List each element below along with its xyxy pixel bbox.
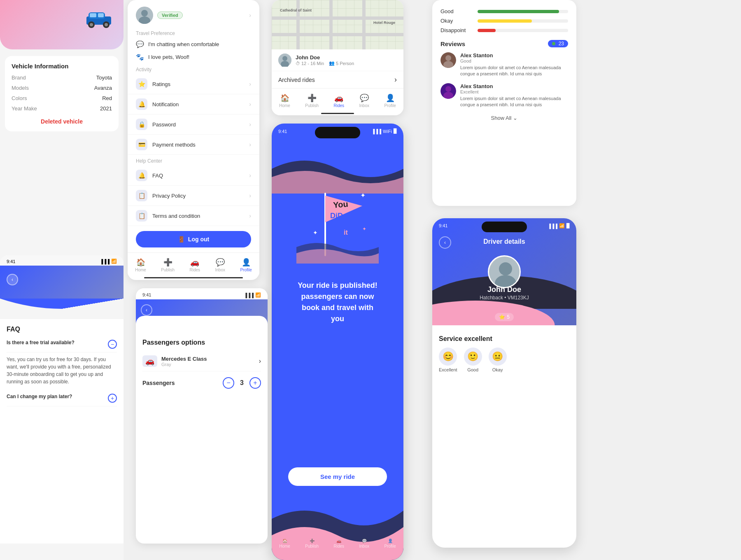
pub-nav-profile[interactable]: 👤 Profile: [381, 537, 399, 550]
okay-bar-fill: [478, 19, 532, 23]
logout-button[interactable]: 🚪 Log out: [136, 231, 251, 247]
decrease-button[interactable]: −: [223, 377, 234, 389]
driver-details-title: Driver details: [483, 238, 525, 245]
pub-publish-icon: ➕: [310, 539, 315, 543]
pref-chat-text: I'm chatting when comfortable: [148, 41, 219, 47]
rides-nav-inbox[interactable]: 💬 Inbox: [356, 92, 373, 110]
help-terms[interactable]: 📋 Terms and condition ›: [128, 206, 259, 226]
pass-content: Passengers options 🚗 Mercedes E Class Gr…: [136, 332, 268, 401]
nav-profile[interactable]: 👤 Profile: [237, 256, 255, 274]
pub-profile-icon: 👤: [388, 539, 393, 543]
driver-status-bar: 9:41 ▐▐▐ 📶 ▉: [439, 223, 570, 229]
deleted-vehicle-label[interactable]: Deleted vehicle: [12, 118, 112, 125]
activity-notification[interactable]: 🔔 Notification ›: [128, 94, 259, 114]
service-label: Service excellent: [439, 335, 570, 343]
star-rating-badge: ⭐ 5: [495, 313, 514, 321]
panel-published: 9:41 ▐▐▐ WiFi ▉ You DiD ✦ ✦ ✦ i: [272, 124, 403, 560]
pub-nav-rides[interactable]: 🚗 Rides: [331, 537, 348, 550]
svg-point-22: [445, 55, 451, 61]
pub-nav-inbox[interactable]: 💬 Inbox: [356, 537, 373, 550]
pass-phone-status: 9:41 ▐▐▐ 📶: [136, 288, 268, 299]
inbox-icon: 💬: [216, 258, 225, 267]
rides-rides-icon: 🚗: [334, 93, 343, 103]
pub-status-icons: ▐▐▐ WiFi ▉: [372, 128, 397, 134]
archived-rides-row[interactable]: Archived rides ›: [272, 71, 403, 88]
rides-nav-publish[interactable]: ➕ Publish: [302, 92, 322, 110]
activity-password[interactable]: 🔒 Password ›: [128, 114, 259, 135]
pub-nav-home[interactable]: 🏠 Home: [276, 537, 294, 550]
help-privacy[interactable]: 📋 Privacy Policy ›: [128, 186, 259, 206]
faq-question-2: Can I change my plan later?: [7, 394, 108, 399]
pref-pets-text: I love pets, Woof!: [148, 54, 189, 60]
good-label-driver: Good: [467, 367, 478, 372]
service-rating-icons: 😊 Excellent 🙂 Good 😐 Okay: [439, 348, 570, 372]
rides-publish-icon: ➕: [308, 93, 317, 103]
panel-passengers: 9:41 ▐▐▐ 📶 ‹ Passengers options 🚗 Merced…: [136, 288, 268, 544]
pub-nav-publish[interactable]: ➕ Publish: [302, 537, 322, 550]
map-road-h2: [272, 33, 403, 36]
increase-button[interactable]: +: [249, 377, 261, 389]
reviewer-2-name: Alex Stanton: [460, 83, 568, 89]
rides-nav-profile[interactable]: 👤 Profile: [381, 92, 399, 110]
car-option-mercedes[interactable]: 🚗 Mercedes E Class Gray ›: [142, 351, 261, 371]
car-option-icon: 🚗: [142, 355, 157, 367]
service-excellent-item: 😊 Excellent: [439, 348, 457, 372]
see-my-ride-button[interactable]: See my ride: [288, 467, 387, 486]
reviews-header: Reviews 23: [440, 40, 568, 47]
okay-bar-bg: [478, 19, 568, 23]
faq-item-1[interactable]: Is there a free trial available? −: [7, 336, 117, 352]
vehicle-info-card: Vehicle Information Brand Toyota Models …: [5, 56, 119, 131]
svg-point-9: [141, 10, 148, 16]
rides-nav-home[interactable]: 🏠 Home: [276, 92, 294, 110]
profile-avatar: [136, 7, 153, 24]
faq-item-2[interactable]: Can I change my plan later? +: [7, 390, 117, 406]
profile-chevron-icon[interactable]: ›: [249, 12, 251, 19]
phone-status-pub: 9:41 ▐▐▐ WiFi ▉: [278, 128, 397, 134]
rides-home-label: Home: [279, 103, 290, 108]
excellent-label: Excellent: [439, 367, 457, 372]
okay-label-driver: Okay: [492, 367, 503, 372]
ride-driver-info: John Doe ⏱ 12 - 16 Min 👥 5 Person: [296, 54, 354, 66]
activity-payment[interactable]: 💳 Payment methods ›: [128, 135, 259, 155]
driver-back-button[interactable]: ‹: [439, 236, 451, 249]
ride-meta: ⏱ 12 - 16 Min 👥 5 Person: [296, 61, 354, 66]
faq-back-button[interactable]: ‹: [7, 274, 18, 285]
service-okay-item: 😐 Okay: [489, 348, 507, 372]
faq-label: FAQ: [152, 173, 163, 179]
excellent-emoji: 😊: [439, 348, 457, 366]
show-all-button[interactable]: Show All ⌄: [491, 115, 518, 121]
panel-rides: Cathedral of Saint Hotel Rouge John Doe …: [272, 0, 403, 115]
nav-home-label: Home: [135, 268, 146, 272]
pub-message: Your ride is published! passengers can n…: [284, 280, 391, 324]
pass-header-wave: [136, 316, 268, 332]
map-road-v1: [296, 0, 300, 49]
activity-ratings[interactable]: ⭐ Ratings ›: [128, 74, 259, 94]
verified-badge: Verified: [157, 12, 183, 19]
nav-rides[interactable]: 🚗 Rides: [186, 256, 204, 274]
pub-rides-icon: 🚗: [336, 539, 341, 543]
svg-text:✦: ✦: [360, 192, 366, 199]
map-road-v3: [362, 0, 366, 49]
car-option-color: Gray: [161, 362, 207, 367]
faq-expand-button-2[interactable]: +: [108, 394, 117, 403]
nav-inbox[interactable]: 💬 Inbox: [212, 256, 228, 274]
faq-title: FAQ: [7, 326, 117, 333]
rides-nav-rides[interactable]: 🚗 Rides: [331, 92, 348, 110]
notification-label: Notification: [152, 101, 179, 107]
pass-back-button[interactable]: ‹: [141, 304, 152, 316]
faq-question-1: Is there a free trial available?: [7, 340, 108, 345]
faq-icon: 🔔: [136, 170, 147, 181]
disappoint-bar-fill: [478, 29, 496, 32]
faq-expand-button[interactable]: −: [108, 340, 117, 349]
faq-status-icons: ▐▐▐ 📶: [100, 259, 117, 264]
map-grid: [272, 0, 403, 49]
nav-home[interactable]: 🏠 Home: [132, 256, 149, 274]
faq-wifi-icon: 📶: [111, 259, 117, 264]
help-faq[interactable]: 🔔 FAQ ›: [128, 166, 259, 186]
pets-icon: 🐾: [136, 53, 144, 61]
reviewer-1-rating: Good: [460, 58, 568, 63]
nav-publish[interactable]: ➕ Publish: [158, 256, 178, 274]
map-road-v2: [329, 0, 333, 49]
privacy-label: Privacy Policy: [152, 193, 186, 199]
pub-message-area: Your ride is published! passengers can n…: [272, 272, 403, 324]
